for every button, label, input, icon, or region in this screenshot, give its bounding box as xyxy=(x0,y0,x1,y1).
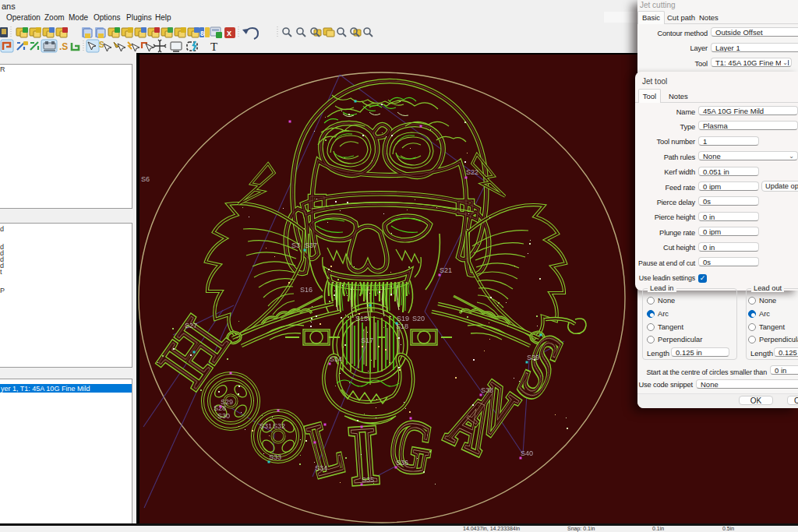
svg-text:S21: S21 xyxy=(440,266,452,274)
svg-text:S27: S27 xyxy=(185,322,197,329)
svg-text:S37: S37 xyxy=(305,241,317,249)
svg-text:T: T xyxy=(210,41,217,53)
svg-text:S14: S14 xyxy=(330,355,342,363)
svg-text:S33: S33 xyxy=(269,453,281,461)
svg-text:S19: S19 xyxy=(397,315,409,322)
svg-text:S34: S34 xyxy=(315,464,327,472)
svg-text:S30: S30 xyxy=(217,412,230,420)
svg-text:S35: S35 xyxy=(362,476,374,484)
svg-text:S3: S3 xyxy=(291,241,300,249)
svg-text:S38: S38 xyxy=(481,386,493,394)
svg-text:8: 8 xyxy=(200,30,204,37)
svg-text:.S: .S xyxy=(59,41,68,52)
svg-text:S: S xyxy=(99,41,104,49)
svg-text:S16: S16 xyxy=(300,286,312,294)
svg-text:S31: S31 xyxy=(260,422,272,430)
svg-text:S39: S39 xyxy=(527,354,539,361)
svg-text:S17: S17 xyxy=(361,336,373,344)
svg-text:x: x xyxy=(227,28,232,37)
svg-text:S22: S22 xyxy=(466,168,478,176)
svg-text:S6: S6 xyxy=(141,175,150,183)
svg-text:S36: S36 xyxy=(396,459,408,467)
svg-text:S15: S15 xyxy=(355,315,368,322)
svg-text:S20: S20 xyxy=(412,315,425,322)
svg-text:S32: S32 xyxy=(273,422,285,430)
svg-text:S40: S40 xyxy=(521,449,533,457)
